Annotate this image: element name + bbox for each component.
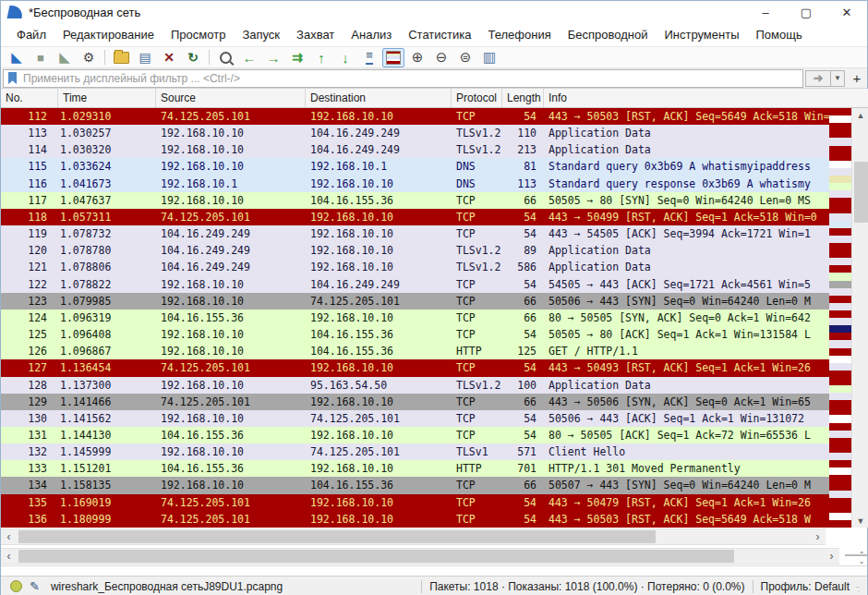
packet-row-113[interactable]: 1131.030257192.168.10.10104.16.249.249TL… (1, 125, 829, 141)
packet-minimap[interactable] (829, 108, 851, 528)
column-header-protocol[interactable]: Protocol (452, 89, 502, 107)
minimize-button[interactable]: – (745, 1, 786, 23)
capture-comment-icon[interactable]: ✎ (30, 579, 40, 593)
go-next-icon[interactable]: → (262, 48, 284, 67)
packet-row-118[interactable]: 1181.05731174.125.205.101192.168.10.10TC… (1, 209, 829, 225)
vertical-scroll-thumb[interactable] (854, 162, 868, 223)
zoom-in-icon[interactable]: ⊕ (406, 48, 428, 67)
capture-filename[interactable]: wireshark_Беспроводная сетьJ89DU1.pcapng (51, 580, 283, 593)
zoom-original-icon[interactable]: ⊜ (454, 48, 476, 67)
minimap-stripe (829, 258, 851, 265)
vertical-scrollbar[interactable]: ▲ ▼ (851, 108, 868, 528)
profile-label[interactable]: Профиль: Default (761, 580, 850, 593)
menu-item-3[interactable]: Запуск (234, 25, 288, 44)
packet-row-124[interactable]: 1241.096319104.16.155.36192.168.10.10TCP… (1, 310, 829, 326)
horizontal-scroll-thumb[interactable] (18, 550, 734, 563)
capture-options-icon[interactable]: ⚙ (78, 48, 100, 67)
cell-len: 110 (502, 125, 544, 141)
menu-item-0[interactable]: Файл (8, 25, 54, 44)
maximize-button[interactable]: ▢ (786, 1, 826, 23)
horizontal-scroll-track[interactable] (17, 529, 810, 544)
column-header-source[interactable]: Source (156, 89, 306, 107)
cell-len: 54 (502, 108, 544, 125)
cell-dst: 104.16.155.36 (306, 477, 452, 493)
packet-row-122[interactable]: 1221.078822192.168.10.10104.16.249.249TC… (1, 276, 829, 293)
auto-scroll-icon[interactable]: ≡ (358, 48, 380, 67)
packet-row-129[interactable]: 1291.14146674.125.205.101192.168.10.10TC… (1, 394, 829, 410)
minimap-stripe (829, 415, 851, 422)
scroll-right-icon[interactable]: › (810, 529, 826, 544)
filter-dropdown-caret[interactable]: ▼ (830, 70, 845, 87)
packet-row-117[interactable]: 1171.047637192.168.10.10104.16.155.36TCP… (1, 192, 829, 209)
expert-info-icon[interactable] (10, 580, 22, 592)
resize-grip-icon[interactable]: ∙∙ ∙ (855, 585, 864, 594)
column-header-destination[interactable]: Destination (306, 89, 452, 107)
go-to-packet-icon[interactable]: ⇉ (286, 48, 308, 67)
restart-capture-icon[interactable]: ◣ (54, 48, 76, 67)
horizontal-scroll-thumb[interactable] (18, 530, 656, 543)
scroll-left-icon[interactable]: ‹ (1, 549, 17, 564)
packet-row-120[interactable]: 1201.078780104.16.249.249192.168.10.10TL… (1, 242, 829, 259)
packet-row-132[interactable]: 1321.145999192.168.10.1074.125.205.101TL… (1, 443, 829, 460)
column-header-no[interactable]: No. (1, 89, 58, 107)
pane-scroll-chevrons-icon[interactable]: ⌃⌄ (855, 552, 868, 565)
menu-item-4[interactable]: Захват (288, 25, 343, 44)
packet-row-112[interactable]: 1121.02931074.125.205.101192.168.10.10TC… (1, 108, 829, 125)
open-file-icon[interactable] (110, 48, 132, 67)
menu-item-6[interactable]: Статистика (400, 25, 479, 44)
packet-row-135[interactable]: 1351.16901974.125.205.101192.168.10.10TC… (1, 494, 829, 511)
cell-src: 192.168.10.10 (156, 125, 306, 141)
cell-dst: 192.168.10.10 (306, 242, 452, 259)
column-header-time[interactable]: Time (58, 89, 156, 107)
display-filter-input[interactable] (21, 71, 802, 86)
close-button[interactable]: ✕ (826, 1, 867, 23)
find-packet-icon[interactable] (214, 48, 236, 67)
go-previous-icon[interactable]: ← (238, 48, 260, 67)
scroll-right-icon[interactable]: › (824, 549, 839, 564)
packet-row-126[interactable]: 1261.096867192.168.10.10104.16.155.36HTT… (1, 343, 829, 359)
menu-item-8[interactable]: Беспроводной (560, 25, 657, 44)
packet-row-123[interactable]: 1231.079985192.168.10.1074.125.205.101TC… (1, 293, 829, 310)
packet-row-115[interactable]: 1151.033624192.168.10.10192.168.10.1DNS8… (1, 158, 829, 175)
packet-row-125[interactable]: 1251.096408192.168.10.10104.16.155.36TCP… (1, 326, 829, 343)
scroll-down-icon[interactable]: ▼ (852, 514, 868, 528)
packet-row-119[interactable]: 1191.078732104.16.249.249192.168.10.10TC… (1, 225, 829, 242)
go-first-icon: ↑ (318, 50, 325, 66)
colorize-icon[interactable] (382, 48, 404, 67)
packet-row-128[interactable]: 1281.137300192.168.10.1095.163.54.50TLSv… (1, 377, 829, 394)
filter-bookmark-icon[interactable] (8, 72, 17, 84)
column-header-length[interactable]: Length (502, 89, 544, 107)
packet-row-116[interactable]: 1161.041673192.168.10.1192.168.10.10DNS1… (1, 176, 829, 192)
scroll-up-icon[interactable]: ▲ (852, 108, 868, 122)
menu-item-9[interactable]: Инструменты (656, 25, 747, 44)
packet-row-134[interactable]: 1341.158135192.168.10.10104.16.155.36TCP… (1, 477, 829, 493)
menu-item-10[interactable]: Помощь (748, 25, 811, 44)
menu-item-7[interactable]: Телефония (479, 25, 559, 44)
scroll-left-icon[interactable]: ‹ (1, 529, 17, 544)
packet-row-133[interactable]: 1331.151201104.16.155.36192.168.10.10HTT… (1, 460, 829, 477)
stop-capture-icon[interactable]: ■ (30, 48, 52, 67)
column-header-info[interactable]: Info (544, 89, 829, 107)
save-file-icon[interactable]: ▤ (134, 48, 156, 67)
go-last-icon[interactable]: ↓ (334, 48, 356, 67)
close-file-icon[interactable]: ✕ (158, 48, 180, 67)
horizontal-scrollbar-list[interactable]: ‹ › (1, 528, 826, 545)
horizontal-scroll-track[interactable] (17, 549, 824, 564)
menu-item-5[interactable]: Анализ (343, 25, 400, 44)
packet-row-130[interactable]: 1301.141562192.168.10.1074.125.205.101TC… (1, 410, 829, 427)
menu-item-2[interactable]: Просмотр (163, 25, 234, 44)
reload-file-icon[interactable]: ↻ (182, 48, 204, 67)
horizontal-scrollbar-secondary[interactable]: ‹ › (1, 548, 839, 565)
go-first-icon[interactable]: ↑ (310, 48, 332, 67)
packet-row-131[interactable]: 1311.144130104.16.155.36192.168.10.10TCP… (1, 427, 829, 443)
zoom-out-icon[interactable]: ⊖ (430, 48, 452, 67)
start-capture-icon[interactable]: ◣ (6, 48, 28, 67)
packet-row-127[interactable]: 1271.13645474.125.205.101192.168.10.10TC… (1, 359, 829, 376)
add-filter-button[interactable]: + (849, 70, 865, 87)
apply-filter-button[interactable]: ➜ (805, 70, 830, 87)
menu-item-1[interactable]: Редактирование (54, 25, 163, 44)
packet-row-121[interactable]: 1211.078806104.16.249.249192.168.10.10TL… (1, 259, 829, 275)
packet-row-136[interactable]: 1361.18099974.125.205.101192.168.10.10TC… (1, 511, 829, 528)
resize-columns-icon[interactable]: ▥ (478, 48, 500, 67)
packet-row-114[interactable]: 1141.030320192.168.10.10104.16.249.249TL… (1, 141, 829, 158)
